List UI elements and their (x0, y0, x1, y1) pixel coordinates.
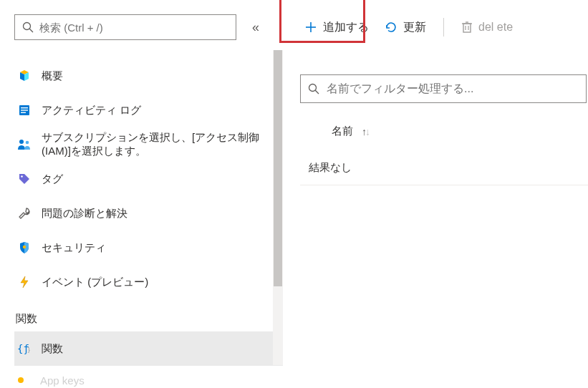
sidebar-scrollbar[interactable] (273, 50, 283, 365)
sidebar-item-security[interactable]: セキュリティ (14, 231, 283, 265)
sidebar-item-label: 概要 (42, 69, 63, 83)
sidebar-item-tags[interactable]: タグ (14, 162, 283, 196)
overview-icon (17, 69, 32, 83)
search-icon (308, 83, 319, 94)
plus-icon (304, 21, 317, 34)
delete-button[interactable]: del ete (457, 18, 517, 37)
filter-input[interactable] (327, 82, 579, 95)
sidebar-scrollbar-thumb[interactable] (274, 50, 282, 286)
no-results-row: 結果なし (300, 154, 588, 185)
toolbar-separator (443, 18, 444, 37)
svg-rect-5 (21, 112, 26, 113)
sidebar-item-label: タグ (42, 173, 63, 186)
sidebar-search-input[interactable] (39, 21, 228, 34)
svg-point-8 (21, 175, 23, 178)
svg-point-0 (24, 23, 31, 30)
filter-box[interactable] (300, 74, 587, 103)
svg-rect-15 (463, 24, 471, 32)
sidebar-item-label: アクティビティ ログ (42, 104, 141, 117)
column-header-label: 名前 (332, 125, 353, 138)
sort-icon: ↑↓ (362, 126, 369, 137)
toolbar: 追加する 更新 del ete (300, 13, 588, 42)
delete-button-label: del ete (478, 21, 513, 34)
lightning-icon (17, 275, 32, 289)
people-icon (17, 137, 32, 152)
sidebar-item-label: サブスクリプションを選択し、[アクセス制御 (IAM)]を選択します。 (42, 131, 280, 158)
sidebar-menu: 概要 アクティビティ ログ サブスクリプションを選択し、[アクセス制御 (IAM… (14, 59, 283, 388)
svg-line-1 (29, 29, 33, 32)
sidebar-item-label: セキュリティ (42, 241, 106, 255)
svg-point-6 (19, 140, 24, 144)
sidebar-item-label: 関数 (42, 342, 63, 356)
svg-rect-4 (21, 110, 28, 110)
sidebar-item-iam[interactable]: サブスクリプションを選択し、[アクセス制御 (IAM)]を選択します。 (14, 127, 283, 162)
wrench-icon (17, 206, 32, 220)
svg-point-7 (26, 141, 29, 145)
svg-rect-3 (21, 107, 28, 108)
svg-line-21 (315, 90, 319, 94)
activity-log-icon (17, 103, 32, 117)
refresh-button[interactable]: 更新 (380, 17, 430, 38)
svg-point-12 (18, 377, 24, 383)
refresh-icon (385, 21, 397, 34)
sidebar-search-box[interactable] (14, 14, 236, 40)
sidebar-section-functions: 関数 (14, 312, 283, 326)
function-icon: {ƒ} (17, 341, 32, 356)
sidebar-item-label: App keys (40, 374, 85, 387)
sidebar-item-label: イベント (プレビュー) (42, 276, 148, 289)
sidebar-item-label: 問題の診断と解決 (42, 207, 127, 220)
main-panel: 追加する 更新 del ete (283, 0, 588, 388)
key-icon (17, 377, 30, 384)
sidebar: « 概要 アクティビティ ログ サブスクリプションを選択し、[アクセス制御 (I (0, 0, 283, 388)
svg-point-9 (23, 246, 26, 248)
svg-text:}: } (27, 347, 31, 354)
sidebar-item-diagnose[interactable]: 問題の診断と解決 (14, 196, 283, 231)
sidebar-item-app-keys[interactable]: App keys (14, 366, 283, 388)
shield-icon (17, 241, 32, 255)
sidebar-item-events[interactable]: イベント (プレビュー) (14, 265, 283, 299)
refresh-button-label: 更新 (403, 20, 426, 35)
add-button-label: 追加する (323, 20, 369, 35)
sidebar-item-overview[interactable]: 概要 (14, 59, 283, 93)
search-icon (22, 21, 34, 33)
add-button[interactable]: 追加する (300, 17, 373, 38)
svg-point-20 (309, 84, 317, 92)
collapse-sidebar-button[interactable]: « (249, 17, 262, 38)
tag-icon (17, 172, 32, 186)
column-header-name[interactable]: 名前 ↑↓ (300, 125, 588, 138)
sidebar-item-activity-log[interactable]: アクティビティ ログ (14, 93, 283, 127)
sidebar-item-functions[interactable]: {ƒ} 関数 (14, 331, 283, 366)
trash-icon (461, 21, 473, 34)
